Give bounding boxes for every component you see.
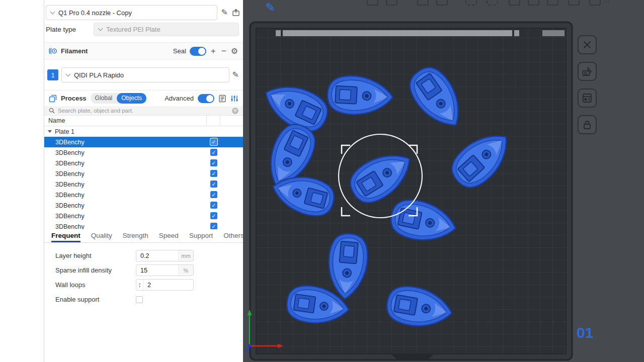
tab-speed[interactable]: Speed xyxy=(159,232,179,242)
sparse-infill-input[interactable] xyxy=(136,267,176,274)
object-visibility-checkbox[interactable]: ✓ xyxy=(210,149,217,156)
tab-frequent[interactable]: Frequent xyxy=(51,232,80,242)
object-row[interactable]: 3DBenchy✓ xyxy=(44,168,243,179)
layer-height-unit: mm xyxy=(178,250,193,261)
sidebar: Q1 Pro 0.4 nozzle - Copy ✎ Plate type Te… xyxy=(44,0,243,362)
edit-filament-icon[interactable]: ✎ xyxy=(232,71,239,79)
toolbar-icon-clipped[interactable] xyxy=(528,0,539,6)
chevron-down-icon xyxy=(66,71,71,76)
object-row[interactable]: 3DBenchy✓ xyxy=(44,158,243,168)
enable-support-checkbox[interactable] xyxy=(136,296,143,303)
object-visibility-checkbox[interactable]: ✓ xyxy=(210,191,217,198)
advanced-toggle[interactable] xyxy=(198,94,214,103)
object-row[interactable]: 3DBenchy✓ xyxy=(44,211,243,221)
filament-preset-select[interactable]: QIDI PLA Rapido xyxy=(61,67,229,82)
plate-settings-button[interactable] xyxy=(578,88,597,108)
object-name: 3DBenchy xyxy=(55,181,85,188)
object-row[interactable]: 3DBenchy✓ xyxy=(44,147,243,158)
object-visibility-checkbox[interactable]: ✓ xyxy=(210,180,217,188)
object-row[interactable]: 3DBenchy✓ xyxy=(44,190,243,200)
printer-preset-row: Q1 Pro 0.4 nozzle - Copy ✎ xyxy=(44,0,243,23)
plate-label: Plate 1 xyxy=(55,128,74,135)
clear-search-icon[interactable]: ✕ xyxy=(232,108,238,114)
auto-arrange-button[interactable] xyxy=(578,62,597,81)
plate-tree-row[interactable]: Plate 1 xyxy=(44,126,243,137)
toolbar-icon-clipped[interactable] xyxy=(436,0,448,6)
sparse-infill-input-box: % xyxy=(136,264,194,276)
object-visibility-checkbox[interactable]: ✓ xyxy=(210,223,217,229)
lock-button[interactable] xyxy=(578,115,597,134)
wall-loops-label: Wall loops xyxy=(55,281,136,289)
viewport-3d[interactable]: … ✎ xyxy=(243,0,644,362)
auto-arrange-icon xyxy=(581,65,593,77)
filament-slot-number[interactable]: 1 xyxy=(47,69,58,80)
toolbar-icon-clipped[interactable] xyxy=(367,0,378,6)
filament-preset-value: QIDI PLA Rapido xyxy=(74,71,124,79)
plate-number[interactable]: 01 xyxy=(577,324,593,341)
toolbar-icon-clipped[interactable] xyxy=(568,0,580,6)
filament-section-header: Filament Seal + − ⚙ xyxy=(44,42,243,60)
toolbar-icon-clipped[interactable] xyxy=(509,0,520,6)
close-button[interactable] xyxy=(578,35,597,54)
seal-toggle[interactable] xyxy=(190,47,206,56)
tab-strength[interactable]: Strength xyxy=(123,232,148,242)
wall-loops-input[interactable] xyxy=(143,282,183,289)
toolbar-icon-clipped[interactable] xyxy=(547,0,558,6)
object-name: 3DBenchy xyxy=(55,160,85,167)
add-filament-button[interactable]: + xyxy=(210,47,217,55)
wall-loops-stepper[interactable]: ▴ ▾ xyxy=(136,280,143,290)
object-name: 3DBenchy xyxy=(55,170,85,177)
tab-quality[interactable]: Quality xyxy=(91,232,112,242)
left-gutter xyxy=(0,0,44,362)
printer-preset-select[interactable]: Q1 Pro 0.4 nozzle - Copy xyxy=(46,5,217,20)
viewport-right-toolbar xyxy=(578,35,597,134)
stepper-down-icon[interactable]: ▾ xyxy=(139,285,141,288)
edit-plate-icon[interactable]: ✎ xyxy=(265,1,275,15)
plate-type-label: Plate type xyxy=(46,26,94,33)
object-visibility-checkbox[interactable]: ✓ xyxy=(210,202,217,209)
object-row[interactable]: 3DBenchy✓ xyxy=(44,200,243,211)
object-visibility-checkbox[interactable]: ✓ xyxy=(210,159,217,166)
process-layers-icon xyxy=(49,95,57,103)
toolbar-icon-clipped[interactable] xyxy=(589,0,601,6)
filament-spool-icon xyxy=(49,47,57,55)
layer-height-input[interactable] xyxy=(136,252,176,259)
object-visibility-checkbox[interactable]: ✓ xyxy=(210,212,217,219)
remove-filament-button[interactable]: − xyxy=(220,47,227,55)
tab-others[interactable]: Others xyxy=(223,232,244,242)
close-icon xyxy=(582,39,593,50)
plate-type-select[interactable]: Textured PEI Plate xyxy=(94,23,239,36)
slicer-app: Q1 Pro 0.4 nozzle - Copy ✎ Plate type Te… xyxy=(0,0,644,362)
param-sliders-icon[interactable] xyxy=(230,95,238,103)
edit-preset-icon[interactable]: ✎ xyxy=(221,9,228,17)
object-name: 3DBenchy xyxy=(55,149,85,156)
name-column-header: Name xyxy=(48,117,65,124)
object-row[interactable]: 3DBenchy✓ xyxy=(44,221,243,229)
toolbar-overflow-icon[interactable]: … xyxy=(603,0,610,4)
object-row[interactable]: 3DBenchy✓ xyxy=(44,137,243,147)
wall-loops-input-box: ▴ ▾ xyxy=(136,279,194,291)
object-name: 3DBenchy xyxy=(55,192,85,199)
filament-settings-gear-icon[interactable]: ⚙ xyxy=(231,47,238,55)
param-list-icon[interactable] xyxy=(218,95,226,103)
object-visibility-checkbox[interactable]: ✓ xyxy=(210,170,217,177)
object-visibility-checkbox[interactable]: ✓ xyxy=(210,138,217,145)
layer-height-label: Layer height xyxy=(55,252,136,259)
object-tree-rows: 3DBenchy✓3DBenchy✓3DBenchy✓3DBenchy✓3DBe… xyxy=(44,137,243,229)
printer-preset-value: Q1 Pro 0.4 nozzle - Copy xyxy=(58,9,132,17)
sync-preset-icon[interactable] xyxy=(232,9,240,17)
search-input[interactable] xyxy=(58,108,229,114)
layer-height-row: Layer height mm xyxy=(55,250,243,261)
toolbar-icon-clipped[interactable] xyxy=(386,0,397,6)
plate-settings-icon xyxy=(581,92,593,104)
layer-height-input-box: mm xyxy=(136,250,194,261)
object-row[interactable]: 3DBenchy✓ xyxy=(44,179,243,190)
scope-objects-option[interactable]: Objects xyxy=(117,93,146,104)
toolbar-icon-clipped[interactable] xyxy=(417,0,429,6)
scope-global-option[interactable]: Global xyxy=(91,93,117,104)
toolbar-icon-clipped[interactable] xyxy=(465,0,477,6)
tab-support[interactable]: Support xyxy=(189,232,213,242)
collapse-caret-icon[interactable] xyxy=(48,130,52,133)
toolbar-icon-clipped[interactable] xyxy=(487,0,498,6)
object-name: 3DBenchy xyxy=(55,139,85,146)
